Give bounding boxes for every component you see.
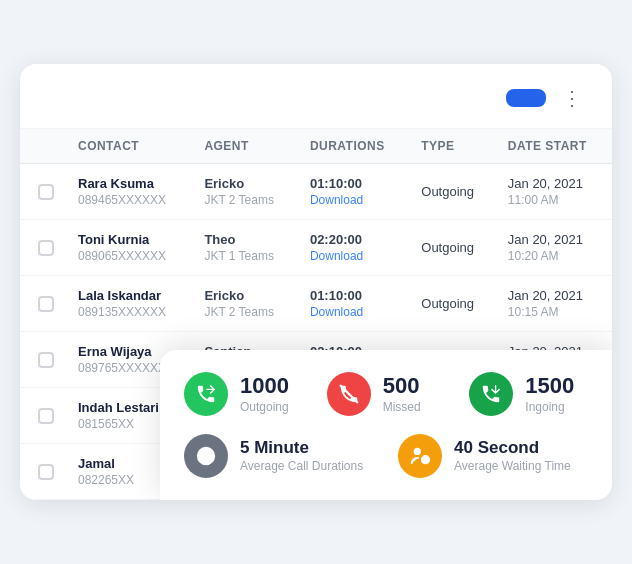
type-cell: Outgoing bbox=[409, 220, 496, 276]
table-header-row: Contact Agent Durations Type DATE START bbox=[20, 129, 612, 164]
time-value: 10:20 AM bbox=[508, 249, 600, 263]
more-options-button[interactable]: ⋮ bbox=[556, 82, 588, 114]
stat-missed: 500 Missed bbox=[327, 372, 446, 416]
table-row: Toni Kurnia 089065XXXXXX Theo JKT 1 Team… bbox=[20, 220, 612, 276]
download-link[interactable]: Download bbox=[310, 305, 397, 319]
col-checkbox bbox=[20, 129, 66, 164]
download-link[interactable]: Download bbox=[310, 193, 397, 207]
date-value: Jan 20, 2021 bbox=[508, 288, 600, 303]
new-call-button[interactable] bbox=[506, 89, 546, 107]
ingoing-icon bbox=[469, 372, 513, 416]
col-durations: Durations bbox=[298, 129, 409, 164]
col-contact: Contact bbox=[66, 129, 192, 164]
row-checkbox-cell bbox=[20, 388, 66, 444]
duration-cell: 01:10:00 Download bbox=[298, 276, 409, 332]
type-cell: Outgoing bbox=[409, 164, 496, 220]
contact-cell: Rara Ksuma 089465XXXXXX bbox=[66, 164, 192, 220]
contact-cell: Toni Kurnia 089065XXXXXX bbox=[66, 220, 192, 276]
date-value: Jan 20, 2021 bbox=[508, 232, 600, 247]
avg-duration-value: 5 Minute bbox=[240, 439, 363, 458]
outgoing-label: Outgoing bbox=[240, 400, 289, 414]
agent-team: JKT 1 Teams bbox=[204, 249, 286, 263]
duration-cell: 01:10:00 Download bbox=[298, 164, 409, 220]
download-link[interactable]: Download bbox=[310, 249, 397, 263]
header-actions: ⋮ bbox=[506, 82, 588, 114]
missed-icon bbox=[327, 372, 371, 416]
agent-team: JKT 2 Teams bbox=[204, 305, 286, 319]
clock-icon bbox=[184, 434, 228, 478]
agent-cell: Ericko JKT 2 Teams bbox=[192, 164, 298, 220]
call-type: Outgoing bbox=[421, 240, 474, 255]
contact-phone: 089065XXXXXX bbox=[78, 249, 180, 263]
duration-time: 01:10:00 bbox=[310, 288, 397, 303]
duration-cell: 02:20:00 Download bbox=[298, 220, 409, 276]
user-clock-icon bbox=[398, 434, 442, 478]
missed-label: Missed bbox=[383, 400, 421, 414]
agent-team: JKT 2 Teams bbox=[204, 193, 286, 207]
row-checkbox[interactable] bbox=[38, 352, 54, 368]
missed-value: 500 bbox=[383, 374, 421, 398]
table-row: Lala Iskandar 089135XXXXXX Ericko JKT 2 … bbox=[20, 276, 612, 332]
contact-cell: Lala Iskandar 089135XXXXXX bbox=[66, 276, 192, 332]
row-checkbox-cell bbox=[20, 444, 66, 500]
row-checkbox[interactable] bbox=[38, 296, 54, 312]
header: ⋮ bbox=[20, 64, 612, 129]
avg-wait-label: Average Waiting Time bbox=[454, 459, 571, 473]
stats-row-2: 5 Minute Average Call Durations 40 Secon… bbox=[184, 434, 588, 478]
ingoing-value: 1500 bbox=[525, 374, 574, 398]
avg-duration-label: Average Call Durations bbox=[240, 459, 363, 473]
col-type: Type bbox=[409, 129, 496, 164]
row-checkbox[interactable] bbox=[38, 464, 54, 480]
date-value: Jan 20, 2021 bbox=[508, 176, 600, 191]
svg-point-2 bbox=[415, 449, 421, 455]
agent-name: Ericko bbox=[204, 288, 286, 303]
more-icon: ⋮ bbox=[562, 87, 582, 109]
time-value: 11:00 AM bbox=[508, 193, 600, 207]
stat-ingoing: 1500 Ingoing bbox=[469, 372, 588, 416]
row-checkbox[interactable] bbox=[38, 184, 54, 200]
call-type: Outgoing bbox=[421, 184, 474, 199]
row-checkbox-cell bbox=[20, 332, 66, 388]
avg-wait-value: 40 Second bbox=[454, 439, 571, 458]
stat-avg-wait: 40 Second Average Waiting Time bbox=[398, 434, 588, 478]
date-cell: Jan 20, 2021 10:15 AM bbox=[496, 276, 612, 332]
row-checkbox-cell bbox=[20, 276, 66, 332]
time-value: 10:15 AM bbox=[508, 305, 600, 319]
main-card: ⋮ Contact Agent Durations Type DATE STAR… bbox=[20, 64, 612, 500]
row-checkbox-cell bbox=[20, 164, 66, 220]
call-type: Outgoing bbox=[421, 296, 474, 311]
date-cell: Jan 20, 2021 10:20 AM bbox=[496, 220, 612, 276]
contact-phone: 089135XXXXXX bbox=[78, 305, 180, 319]
row-checkbox-cell bbox=[20, 220, 66, 276]
agent-name: Ericko bbox=[204, 176, 286, 191]
agent-name: Theo bbox=[204, 232, 286, 247]
stats-row-1: 1000 Outgoing 500 Missed bbox=[184, 372, 588, 416]
contact-name: Toni Kurnia bbox=[78, 232, 180, 247]
stats-overlay: 1000 Outgoing 500 Missed bbox=[160, 350, 612, 500]
contact-name: Rara Ksuma bbox=[78, 176, 180, 191]
row-checkbox[interactable] bbox=[38, 408, 54, 424]
outgoing-icon bbox=[184, 372, 228, 416]
ingoing-label: Ingoing bbox=[525, 400, 574, 414]
contact-phone: 089465XXXXXX bbox=[78, 193, 180, 207]
col-agent: Agent bbox=[192, 129, 298, 164]
stat-avg-duration: 5 Minute Average Call Durations bbox=[184, 434, 374, 478]
row-checkbox[interactable] bbox=[38, 240, 54, 256]
table-row: Rara Ksuma 089465XXXXXX Ericko JKT 2 Tea… bbox=[20, 164, 612, 220]
col-date-start: DATE START bbox=[496, 129, 612, 164]
agent-cell: Theo JKT 1 Teams bbox=[192, 220, 298, 276]
date-cell: Jan 20, 2021 11:00 AM bbox=[496, 164, 612, 220]
agent-cell: Ericko JKT 2 Teams bbox=[192, 276, 298, 332]
contact-name: Lala Iskandar bbox=[78, 288, 180, 303]
duration-time: 02:20:00 bbox=[310, 232, 397, 247]
outgoing-value: 1000 bbox=[240, 374, 289, 398]
type-cell: Outgoing bbox=[409, 276, 496, 332]
stat-outgoing: 1000 Outgoing bbox=[184, 372, 303, 416]
duration-time: 01:10:00 bbox=[310, 176, 397, 191]
